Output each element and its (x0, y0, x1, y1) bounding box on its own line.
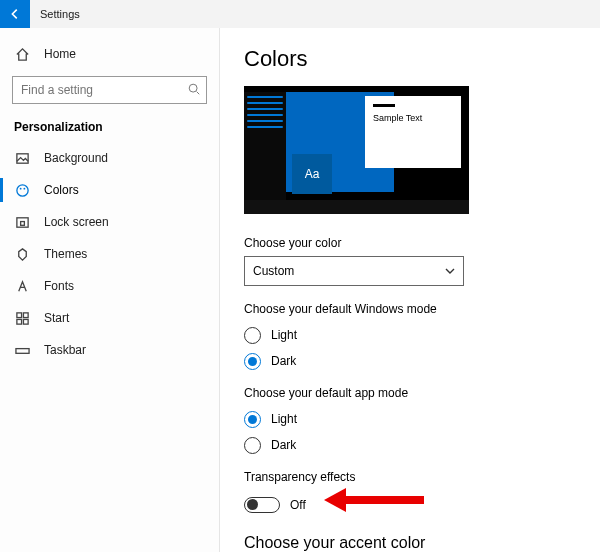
main-content: Colors Aa Sample Text Choose your color … (220, 28, 600, 552)
svg-point-2 (16, 184, 27, 195)
annotation-arrow (344, 496, 424, 504)
taskbar-icon (14, 342, 30, 358)
sidebar-item-label: Themes (44, 247, 87, 261)
sidebar-item-taskbar[interactable]: Taskbar (0, 334, 219, 366)
color-mode-select[interactable]: Custom (244, 256, 464, 286)
lockscreen-icon (14, 214, 30, 230)
chevron-down-icon (445, 266, 455, 276)
svg-point-0 (189, 84, 197, 92)
svg-rect-7 (16, 312, 21, 317)
svg-point-4 (23, 187, 25, 189)
svg-rect-6 (20, 221, 24, 225)
preview-window: Sample Text (365, 96, 461, 168)
sidebar-item-label: Start (44, 311, 69, 325)
search-wrap (12, 76, 207, 104)
back-button[interactable] (0, 0, 30, 28)
arrow-left-icon (8, 7, 22, 21)
toggle-switch-icon (244, 497, 280, 513)
settings-window: Settings Home Personalization Background (0, 0, 600, 552)
app-mode-dark[interactable]: Dark (244, 432, 576, 458)
color-mode-label: Choose your color (244, 236, 576, 250)
radio-label: Light (271, 328, 297, 342)
windows-mode-light[interactable]: Light (244, 322, 576, 348)
transparency-label: Transparency effects (244, 470, 576, 484)
sidebar-item-label: Taskbar (44, 343, 86, 357)
sidebar-item-home[interactable]: Home (0, 38, 219, 70)
radio-icon (244, 327, 261, 344)
svg-rect-1 (16, 153, 27, 162)
start-icon (14, 310, 30, 326)
sidebar-item-label: Fonts (44, 279, 74, 293)
window-title: Settings (40, 8, 80, 20)
svg-point-3 (19, 187, 21, 189)
search-icon (187, 82, 201, 96)
picture-icon (14, 150, 30, 166)
body: Home Personalization Background Colors L… (0, 28, 600, 552)
sidebar-item-colors[interactable]: Colors (0, 174, 219, 206)
preview-tile: Aa (292, 154, 332, 194)
sidebar-item-background[interactable]: Background (0, 142, 219, 174)
radio-label: Dark (271, 438, 296, 452)
svg-rect-8 (23, 312, 28, 317)
svg-rect-10 (23, 319, 28, 324)
svg-rect-9 (16, 319, 21, 324)
sidebar-item-start[interactable]: Start (0, 302, 219, 334)
radio-label: Light (271, 412, 297, 426)
toggle-state-text: Off (290, 498, 306, 512)
home-icon (14, 46, 30, 62)
accent-color-heading: Choose your accent color (244, 534, 576, 552)
fonts-icon (14, 278, 30, 294)
app-mode-light[interactable]: Light (244, 406, 576, 432)
app-mode-group: Choose your default app mode Light Dark (244, 386, 576, 458)
windows-mode-group: Choose your default Windows mode Light D… (244, 302, 576, 374)
preview-taskbar (244, 200, 469, 214)
windows-mode-label: Choose your default Windows mode (244, 302, 576, 316)
radio-label: Dark (271, 354, 296, 368)
sidebar-item-fonts[interactable]: Fonts (0, 270, 219, 302)
sidebar-section-header: Personalization (0, 114, 219, 142)
color-mode-value: Custom (253, 264, 294, 278)
sidebar-item-label: Lock screen (44, 215, 109, 229)
palette-icon (14, 182, 30, 198)
preview-tile-text: Aa (305, 167, 320, 181)
radio-icon (244, 437, 261, 454)
transparency-group: Transparency effects Off (244, 470, 576, 520)
app-mode-label: Choose your default app mode (244, 386, 576, 400)
radio-icon (244, 353, 261, 370)
sidebar-item-label: Colors (44, 183, 79, 197)
preview-sample-text: Sample Text (373, 113, 453, 123)
sidebar-item-label: Background (44, 151, 108, 165)
windows-mode-dark[interactable]: Dark (244, 348, 576, 374)
titlebar: Settings (0, 0, 600, 28)
svg-rect-11 (15, 348, 28, 353)
sidebar-item-themes[interactable]: Themes (0, 238, 219, 270)
sidebar-item-lockscreen[interactable]: Lock screen (0, 206, 219, 238)
sidebar: Home Personalization Background Colors L… (0, 28, 220, 552)
sidebar-home-label: Home (44, 47, 76, 61)
preview-start-panel (244, 92, 286, 200)
themes-icon (14, 246, 30, 262)
radio-icon (244, 411, 261, 428)
color-preview: Aa Sample Text (244, 86, 469, 214)
page-title: Colors (244, 46, 576, 72)
search-input[interactable] (12, 76, 207, 104)
transparency-toggle[interactable]: Off (244, 490, 576, 520)
